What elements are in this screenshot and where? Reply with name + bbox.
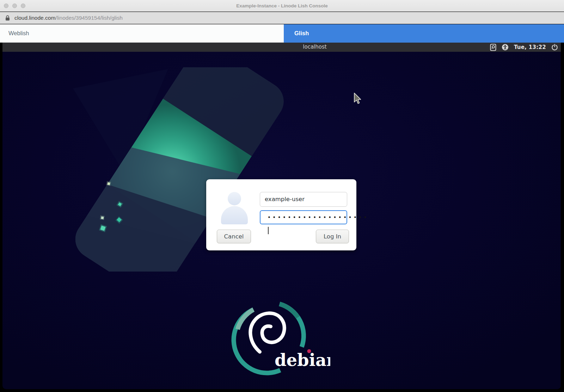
power-icon[interactable] <box>551 44 558 51</box>
url-path: /linodes/39459154/lish/glish <box>55 15 122 21</box>
debian-logo: debian <box>228 295 330 378</box>
debian-red-dot <box>307 349 311 353</box>
remote-display-canvas[interactable]: localhost Tue, 13:22 <box>2 43 561 389</box>
user-avatar-icon <box>228 192 241 205</box>
username-input[interactable]: example-user <box>260 192 347 207</box>
lish-tab-bar: Weblish Glish <box>0 24 564 43</box>
lock-icon <box>5 15 10 21</box>
window-title: Example-Instance - Linode Lish Console <box>0 0 564 12</box>
magnifier-icon[interactable] <box>490 44 496 51</box>
url-host: cloud.linode.com <box>14 15 55 21</box>
browser-window: Example-Instance - Linode Lish Console c… <box>0 0 564 392</box>
mouse-cursor <box>354 93 362 104</box>
login-button[interactable]: Log In <box>316 230 349 243</box>
accessibility-icon[interactable] <box>502 44 509 51</box>
window-titlebar: Example-Instance - Linode Lish Console <box>0 0 564 12</box>
hostname-label: localhost <box>303 43 326 52</box>
gnome-top-bar: localhost Tue, 13:22 <box>2 43 561 52</box>
password-masked-text: •••••••••••••••••••• <box>268 214 369 221</box>
debian-wordmark: debian <box>275 350 330 370</box>
cancel-button[interactable]: Cancel <box>217 230 251 243</box>
url-text: cloud.linode.com/linodes/39459154/lish/g… <box>14 12 123 24</box>
system-status-area: Tue, 13:22 <box>490 43 558 52</box>
tab-glish[interactable]: Glish <box>284 24 564 43</box>
clock-label[interactable]: Tue, 13:22 <box>514 44 546 50</box>
glish-screen-area: localhost Tue, 13:22 <box>0 43 564 392</box>
text-caret <box>268 227 269 234</box>
tab-weblish[interactable]: Weblish <box>0 24 284 43</box>
password-input[interactable]: •••••••••••••••••••• <box>260 210 347 224</box>
address-bar[interactable]: cloud.linode.com/linodes/39459154/lish/g… <box>0 12 564 24</box>
